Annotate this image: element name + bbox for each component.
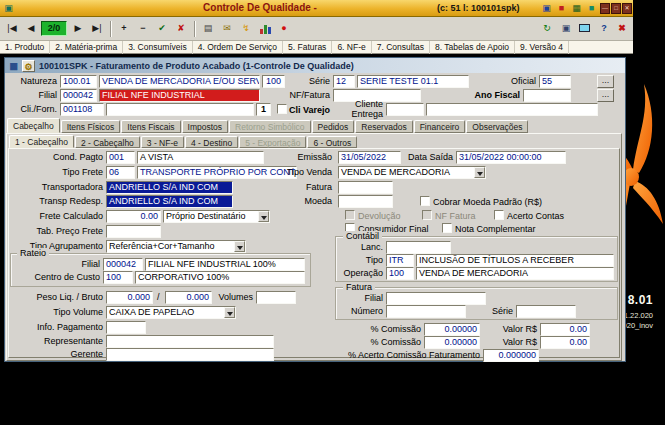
form-window-titlebar[interactable]: ▦ ⚙ 100101SPK - Faturamento de Produto A…	[5, 58, 625, 73]
tipo-code-input[interactable]: ITR	[386, 254, 414, 267]
data-saida-input[interactable]: 31/05/2022 00:00:00	[456, 151, 566, 164]
close-button[interactable]: ✕	[622, 3, 632, 14]
volumes-input[interactable]	[256, 291, 296, 304]
cli-forn-name-input[interactable]	[106, 103, 254, 116]
lanc-input[interactable]	[386, 241, 451, 254]
subtab-6-outros[interactable]: 6 - Outros	[307, 136, 357, 148]
subtab-3-nfe[interactable]: 3 - NF-e	[141, 136, 184, 148]
tab-cabecalho[interactable]: Cabeçalho	[7, 118, 60, 133]
chevron-down-icon[interactable]	[234, 241, 245, 252]
frete-calculado-input[interactable]: 0.00	[106, 210, 161, 223]
app-titlebar[interactable]: ▣ Controle De Qualidade - (c: 51 l: 1001…	[0, 0, 633, 17]
tab-itens-fiscais[interactable]: Itens Fiscais	[121, 120, 180, 133]
cobrar-moeda-checkbox[interactable]	[420, 196, 430, 206]
peso-bruto-input[interactable]: 0.000	[165, 291, 212, 304]
tab-financeiro[interactable]: Financeiro	[414, 120, 466, 133]
tipo-agrupamento-select[interactable]: Referência+Cor+Tamanho	[106, 240, 246, 253]
filial-code-input[interactable]: 000042	[60, 89, 97, 102]
valor2-input[interactable]: 0.00	[540, 336, 590, 349]
alert-icon[interactable]: ■	[555, 2, 568, 14]
acerto-contas-checkbox[interactable]	[494, 210, 504, 220]
serie-input[interactable]	[516, 305, 576, 318]
centro-custo-code-input[interactable]: 100	[103, 271, 133, 284]
first-record-button[interactable]: |◀	[3, 20, 21, 38]
nota-complementar-checkbox[interactable]	[442, 223, 452, 233]
tab-observacoes[interactable]: Observações	[466, 120, 528, 133]
oficial-input[interactable]: 55	[539, 75, 571, 88]
tab-preco-frete-input[interactable]	[106, 225, 161, 238]
print-button[interactable]: ▤	[199, 20, 217, 38]
cancel-button[interactable]: ✘	[172, 20, 190, 38]
process-button[interactable]: ↯	[237, 20, 255, 38]
chevron-down-icon[interactable]	[258, 211, 269, 222]
calendar-icon[interactable]: ▦	[570, 2, 583, 14]
tipo-frete-desc-input[interactable]: TRANSPORTE PRÓPRIO POR CONTA D	[137, 166, 297, 179]
cliente-entrega-name-input[interactable]	[426, 103, 598, 116]
tab-impostos[interactable]: Impostos	[182, 120, 229, 133]
serie-desc-input[interactable]: SERIE TESTE 01.1	[357, 75, 469, 88]
menu-item-materia-prima[interactable]: 2. Matéria-prima	[50, 41, 123, 54]
moeda-input[interactable]	[338, 195, 393, 208]
numero-input[interactable]	[386, 305, 466, 318]
next-record-button[interactable]: ▶	[69, 20, 87, 38]
info-pagamento-input[interactable]	[106, 321, 146, 334]
previous-record-button[interactable]: ◀	[22, 20, 40, 38]
menu-item-ordem-de-servico[interactable]: 4. Ordem De Serviço	[193, 41, 283, 54]
peso-liq-input[interactable]: 0.000	[106, 291, 153, 304]
chevron-down-icon[interactable]	[224, 307, 235, 318]
cliente-entrega-code-input[interactable]	[386, 103, 424, 116]
emissao-input[interactable]: 31/05/2022	[338, 151, 401, 164]
comissao2-input[interactable]: 0.00000	[424, 336, 480, 349]
representante-input[interactable]	[106, 335, 274, 348]
tools-icon[interactable]: ⚙	[22, 60, 35, 72]
tab-pedidos[interactable]: Pedidos	[312, 120, 355, 133]
monitor-button[interactable]	[576, 20, 594, 38]
mail-button[interactable]: ✉	[218, 20, 236, 38]
operacao-code-input[interactable]: 100	[386, 267, 414, 280]
maximize-button[interactable]: □	[611, 3, 621, 14]
status-icon[interactable]: ■	[585, 2, 598, 14]
tipo-desc-input[interactable]: INCLUSÃO DE TÍTULOS A RECEBER	[416, 254, 614, 267]
comissao1-input[interactable]: 0.00000	[424, 323, 480, 336]
cond-pagto-desc-input[interactable]: A VISTA	[137, 151, 264, 164]
ano-fiscal-input[interactable]	[523, 89, 571, 102]
natureza-code-input[interactable]: 100.01	[60, 75, 97, 88]
tipo-venda-select[interactable]: VENDA DE MERCADORIA	[338, 166, 486, 179]
transp-redesp-input[interactable]: ANDRIELLO S/A IND COM	[106, 195, 233, 208]
serie-code-input[interactable]: 12	[333, 75, 355, 88]
cli-forn-qty-input[interactable]: 1	[256, 103, 271, 116]
subtab-4-destino[interactable]: 4 - Destino	[185, 136, 238, 148]
gerente-input[interactable]	[106, 348, 274, 361]
filial-desc-input[interactable]: FILIAL NFE INDUSTRIAL	[99, 89, 260, 102]
confirm-button[interactable]: ✔	[153, 20, 171, 38]
record-button[interactable]: ●	[275, 20, 293, 38]
subtab-1-cabecalho[interactable]: 1 - Cabeçalho	[9, 135, 74, 148]
operacao-desc-input[interactable]: VENDA DE MERCADORIA	[416, 267, 614, 280]
help-button[interactable]: ?	[595, 20, 613, 38]
centro-custo-desc-input[interactable]: CORPORATIVO 100%	[135, 271, 305, 284]
monitor-icon[interactable]: ▣	[540, 2, 553, 14]
ano-fiscal-lookup-button[interactable]: ...	[597, 89, 614, 102]
oficial-lookup-button[interactable]: ...	[597, 75, 614, 88]
chart-button[interactable]	[256, 20, 274, 38]
tipo-frete-code-input[interactable]: 06	[106, 166, 135, 179]
menu-item-faturas[interactable]: 5. Faturas	[283, 41, 332, 54]
menu-item-versao-4[interactable]: 9. Versão 4	[515, 41, 569, 54]
tab-reservados[interactable]: Reservados	[355, 120, 412, 133]
exit-button[interactable]: ✖	[613, 20, 631, 38]
refresh-button[interactable]: ↻	[538, 20, 556, 38]
natureza-extra-input[interactable]: 100	[262, 75, 285, 88]
menu-item-consultas[interactable]: 7. Consultas	[372, 41, 430, 54]
acerto-comissao-input[interactable]: 0.000000	[483, 349, 539, 362]
last-record-button[interactable]: ▶|	[88, 20, 106, 38]
frete-tipo-select[interactable]: Próprio Destinatário	[163, 210, 270, 223]
tab-itens-fisicos[interactable]: Itens Físicos	[61, 120, 121, 133]
cli-varejo-checkbox[interactable]	[277, 104, 287, 114]
tipo-volume-select[interactable]: CAIXA DE PAPELAO	[106, 306, 236, 319]
subtab-2-cabecalho[interactable]: 2 - Cabeçalho	[75, 136, 140, 148]
menu-item-tabelas-de-apoio[interactable]: 8. Tabelas de Apoio	[430, 41, 515, 54]
minimize-button[interactable]: —	[600, 3, 610, 14]
transportadora-input[interactable]: ANDRIELLO S/A IND COM	[106, 181, 233, 194]
cond-pagto-code-input[interactable]: 001	[106, 151, 135, 164]
cli-forn-code-input[interactable]: 001108	[60, 103, 104, 116]
